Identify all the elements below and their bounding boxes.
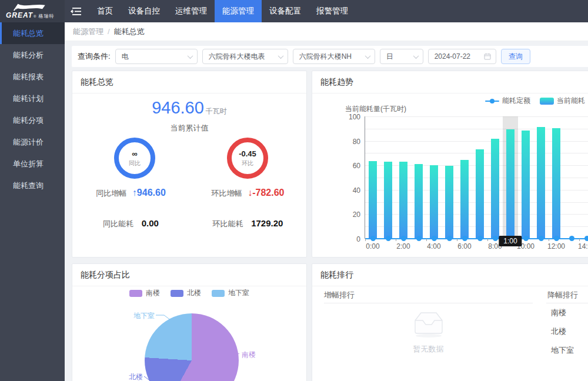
- decrease-ranking-item-1: 北楼: [551, 326, 566, 337]
- trend-bar[interactable]: [415, 164, 423, 239]
- trend-bar[interactable]: [476, 149, 484, 239]
- x-tick-label: 0:00: [366, 242, 379, 250]
- panel-title-ranking: 能耗排行: [312, 264, 588, 286]
- mom-ring-value: -0.45: [239, 149, 256, 158]
- trend-bar[interactable]: [522, 131, 530, 239]
- sidebar-item-4[interactable]: 能耗分项: [0, 109, 65, 131]
- yoy-ring-value: ∞: [132, 149, 137, 158]
- sidebar-item-0[interactable]: 能耗总览: [0, 22, 65, 44]
- search-button[interactable]: 查询: [501, 49, 530, 64]
- legend-item-current[interactable]: 当前能耗: [540, 96, 585, 106]
- line-series-icon: [485, 101, 499, 102]
- trend-bar[interactable]: [460, 160, 469, 239]
- top-navbar: GREAT ® 格瑞特 首页设备自控运维管理能源管理设备配置报警管理: [0, 0, 588, 22]
- query-select-0[interactable]: 电: [115, 49, 198, 64]
- pie-legend-label: 地下室: [228, 288, 249, 298]
- pie-slice-label-2: 北楼: [129, 372, 143, 381]
- sidebar-item-5[interactable]: 能源计价: [0, 131, 65, 153]
- quota-point[interactable]: [432, 236, 437, 241]
- pie-legend-item-2[interactable]: 地下室: [212, 288, 249, 298]
- quota-point[interactable]: [370, 236, 376, 241]
- calendar-icon: [484, 53, 491, 60]
- sidebar-item-3[interactable]: 能耗计划: [0, 88, 65, 109]
- x-tick-label: 12:00: [547, 242, 565, 250]
- current-total-value: 946.60千瓦时: [72, 98, 306, 118]
- quota-point[interactable]: [569, 236, 574, 241]
- panel-energy-breakdown: 能耗分项占比 南楼北楼地下室 地下室南楼北楼: [72, 263, 307, 381]
- y-tick-label: 100: [349, 113, 360, 121]
- breadcrumb-separator: /: [108, 27, 110, 36]
- select-value: 六院骨科大楼电表: [209, 52, 265, 62]
- select-value: 电: [122, 52, 129, 62]
- panel-title-trend: 能耗趋势: [312, 71, 588, 93]
- panel-title-breakdown: 能耗分项占比: [72, 264, 306, 286]
- nav-item-0[interactable]: 首页: [89, 0, 121, 22]
- date-picker[interactable]: 2024-07-22: [428, 49, 496, 64]
- pie-legend-item-1[interactable]: 北楼: [171, 288, 201, 298]
- trend-bar[interactable]: [537, 127, 545, 239]
- trend-bar[interactable]: [384, 162, 392, 239]
- yoy-energy-label: 同比能耗: [103, 219, 133, 228]
- x-tick: [365, 239, 366, 241]
- quota-point[interactable]: [554, 236, 559, 241]
- trend-bar[interactable]: [399, 162, 407, 239]
- sidebar-item-1[interactable]: 能耗分析: [0, 44, 65, 66]
- sidebar-item-2[interactable]: 能耗报表: [0, 66, 65, 88]
- x-tick: [487, 239, 488, 241]
- legend-quota-label: 能耗定额: [502, 96, 530, 106]
- pie-legend-item-0[interactable]: 南楼: [129, 288, 160, 298]
- trend-bar[interactable]: [369, 161, 377, 239]
- quota-point[interactable]: [386, 236, 391, 241]
- yoy-growth-label: 同比增幅: [96, 189, 126, 198]
- mom-energy-label: 环比能耗: [213, 219, 243, 228]
- query-select-3[interactable]: 日: [380, 49, 423, 64]
- quota-point[interactable]: [493, 236, 498, 241]
- brand-name: GREAT: [6, 11, 33, 19]
- sidebar-item-7[interactable]: 能耗查询: [0, 175, 65, 196]
- quota-point[interactable]: [584, 236, 588, 241]
- mom-energy: 环比能耗 1729.20: [189, 218, 306, 229]
- sidebar-item-6[interactable]: 单位折算: [0, 153, 65, 175]
- nav-item-5[interactable]: 报警管理: [309, 0, 356, 22]
- decrease-ranking-divider: [546, 303, 588, 303]
- yoy-ring-gauge: ∞ 同比: [114, 138, 155, 179]
- yoy-energy-value: 0.00: [142, 218, 159, 228]
- trend-bar[interactable]: [491, 139, 499, 239]
- trend-bar[interactable]: [506, 129, 514, 239]
- nav-item-1[interactable]: 设备自控: [121, 0, 168, 22]
- decrease-ranking-item-2: 地下室: [551, 345, 574, 356]
- legend-swatch-icon: [171, 290, 183, 297]
- trend-bar[interactable]: [445, 166, 453, 239]
- quota-point[interactable]: [416, 236, 422, 241]
- trend-bar[interactable]: [430, 165, 438, 239]
- nav-item-3[interactable]: 能源管理: [215, 0, 262, 22]
- quota-point[interactable]: [523, 236, 529, 241]
- bar-series-icon: [540, 98, 554, 105]
- empty-box-icon: [409, 310, 448, 338]
- nav-item-2[interactable]: 运维管理: [168, 0, 215, 22]
- mom-ring-label: 环比: [242, 159, 253, 168]
- chevron-down-icon: [365, 53, 370, 59]
- breakdown-pie-chart[interactable]: [145, 313, 239, 381]
- sidebar-collapse-button[interactable]: [65, 0, 87, 22]
- query-select-1[interactable]: 六院骨科大楼电表: [202, 49, 288, 64]
- x-tick: [579, 239, 580, 241]
- quota-point[interactable]: [477, 236, 483, 241]
- quota-point[interactable]: [401, 236, 406, 241]
- breadcrumb-current: 能耗总览: [114, 26, 145, 37]
- brand-logo: GREAT ® 格瑞特: [0, 0, 65, 22]
- decrease-ranking-title: 降幅排行: [547, 290, 578, 300]
- quota-point[interactable]: [539, 236, 544, 241]
- panel-energy-ranking: 能耗排行 增幅排行 暂无数据 降幅排行: [312, 263, 588, 381]
- legend-current-label: 当前能耗: [557, 96, 585, 106]
- select-value: 六院骨科大楼NH: [299, 52, 352, 62]
- nav-item-4[interactable]: 设备配置: [262, 0, 309, 22]
- yoy-energy: 同比能耗 0.00: [72, 218, 189, 229]
- quota-point[interactable]: [462, 236, 467, 241]
- breadcrumb-parent[interactable]: 能源管理: [73, 26, 103, 37]
- trend-bar[interactable]: [552, 128, 560, 239]
- legend-item-quota[interactable]: 能耗定额: [485, 96, 530, 106]
- x-tick: [396, 239, 396, 241]
- quota-point[interactable]: [447, 236, 452, 241]
- query-select-2[interactable]: 六院骨科大楼NH: [293, 49, 375, 64]
